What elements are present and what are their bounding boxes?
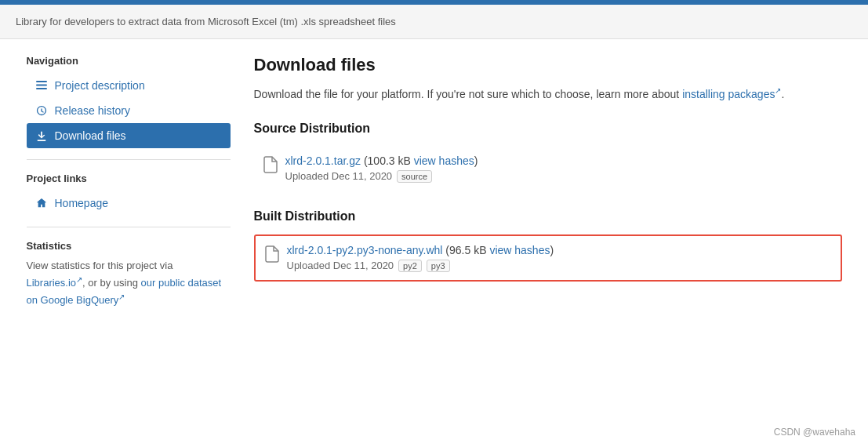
source-file-size: (100.3 kB	[364, 154, 414, 167]
nav-item-homepage[interactable]: Homepage	[27, 191, 231, 216]
built-file-name: xlrd-2.0.1-py2.py3-none-any.whl	[287, 244, 443, 256]
built-uploaded-text: Uploaded Dec 11, 2020	[287, 260, 394, 271]
source-view-hashes-link[interactable]: view hashes	[414, 154, 474, 167]
source-file-name-line: xlrd-2.0.1.tar.gz (100.3 kB view hashes)	[285, 154, 833, 167]
nav-item-download-files[interactable]: Download files	[27, 123, 231, 148]
built-tag-py2: py2	[398, 260, 422, 272]
nav-item-release-history[interactable]: Release history	[27, 98, 231, 123]
nav-item-project-description[interactable]: Project description	[27, 73, 231, 98]
subtitle-bar: Library for developers to extract data f…	[0, 5, 868, 39]
built-file-entry: xlrd-2.0.1-py2.py3-none-any.whl (96.5 kB…	[254, 234, 842, 282]
sidebar-divider-1	[27, 159, 231, 160]
source-distribution-title: Source Distribution	[254, 122, 842, 136]
main-content: Download files Download the file for you…	[254, 55, 842, 307]
nav-label-release-history: Release history	[55, 104, 131, 117]
subtitle-text: Library for developers to extract data f…	[16, 16, 396, 27]
file-icon-source	[263, 156, 278, 177]
source-file-link[interactable]: xlrd-2.0.1.tar.gz	[285, 154, 361, 167]
statistics-title: Statistics	[27, 240, 231, 252]
external-link-icon-2: ↗	[118, 292, 125, 300]
download-icon	[35, 130, 49, 141]
source-file-meta: Uploaded Dec 11, 2020 source	[285, 170, 833, 183]
nav-label-project-description: Project description	[55, 79, 145, 92]
description-text: Download the file for your platform. If …	[254, 88, 680, 100]
installing-packages-link[interactable]: installing packages↗	[682, 88, 781, 100]
built-file-name-line: xlrd-2.0.1-py2.py3-none-any.whl (96.5 kB…	[287, 244, 831, 256]
svg-rect-1	[36, 85, 47, 86]
home-icon	[35, 198, 49, 209]
built-file-size: (96.5 kB	[445, 244, 489, 256]
page-title: Download files	[254, 55, 842, 75]
source-tag: source	[397, 170, 432, 183]
source-file-name: xlrd-2.0.1.tar.gz	[285, 154, 361, 167]
project-links-title: Project links	[27, 173, 231, 184]
statistics-intro: View statistics for this project via	[27, 260, 173, 271]
navigation-nav: Project description Release history Down…	[27, 73, 231, 148]
nav-label-download-files: Download files	[55, 129, 126, 142]
menu-icon	[35, 80, 49, 91]
svg-rect-2	[36, 88, 47, 89]
history-icon	[35, 105, 49, 116]
source-file-details: xlrd-2.0.1.tar.gz (100.3 kB view hashes)…	[285, 154, 833, 183]
page-description: Download the file for your platform. If …	[254, 85, 842, 103]
built-file-meta: Uploaded Dec 11, 2020 py2 py3	[287, 260, 831, 272]
source-distribution-section: Source Distribution xlrd-2.0.1.tar.gz (1…	[254, 122, 842, 191]
source-uploaded-text: Uploaded Dec 11, 2020	[285, 170, 393, 182]
source-view-hashes-label: view hashes	[414, 154, 474, 167]
built-distribution-section: Built Distribution xlrd-2.0.1-py2.py3-no…	[254, 209, 842, 282]
built-tag-py3: py3	[427, 260, 450, 272]
built-file-details: xlrd-2.0.1-py2.py3-none-any.whl (96.5 kB…	[287, 244, 831, 272]
statistics-text-block: View statistics for this project via Lib…	[27, 258, 231, 307]
libraries-io-label: Libraries.io	[27, 277, 77, 289]
navigation-title: Navigation	[27, 55, 231, 67]
external-link-icon-1: ↗	[76, 275, 82, 284]
built-distribution-title: Built Distribution	[254, 209, 842, 224]
description-end: .	[781, 88, 784, 100]
svg-rect-0	[36, 81, 47, 82]
nav-label-homepage: Homepage	[55, 197, 109, 209]
built-file-link[interactable]: xlrd-2.0.1-py2.py3-none-any.whl	[287, 244, 443, 256]
installing-packages-label: installing packages	[682, 88, 775, 100]
built-view-hashes-label: view hashes	[489, 244, 550, 256]
source-file-entry: xlrd-2.0.1.tar.gz (100.3 kB view hashes)…	[254, 147, 842, 191]
file-icon-built	[265, 245, 279, 267]
statistics-middle: , or by using	[82, 277, 138, 289]
libraries-io-link[interactable]: Libraries.io↗	[27, 277, 83, 289]
sidebar-divider-2	[27, 227, 231, 227]
sidebar: Navigation Project description	[27, 55, 231, 307]
built-view-hashes-link[interactable]: view hashes	[489, 244, 550, 256]
